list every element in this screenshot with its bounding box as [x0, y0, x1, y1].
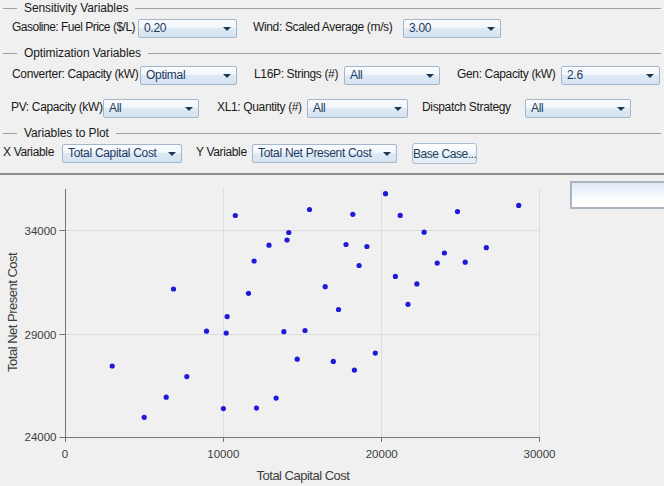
- svg-text:30000: 30000: [524, 448, 556, 460]
- svg-text:0: 0: [62, 448, 68, 460]
- svg-text:29000: 29000: [25, 329, 57, 341]
- svg-text:34000: 34000: [25, 225, 57, 237]
- svg-text:20000: 20000: [366, 448, 398, 460]
- svg-text:10000: 10000: [207, 448, 239, 460]
- svg-text:24000: 24000: [25, 431, 57, 443]
- svg-text:Total Capital Cost: Total Capital Cost: [257, 468, 351, 483]
- svg-text:Total Net Present Cost: Total Net Present Cost: [5, 252, 20, 372]
